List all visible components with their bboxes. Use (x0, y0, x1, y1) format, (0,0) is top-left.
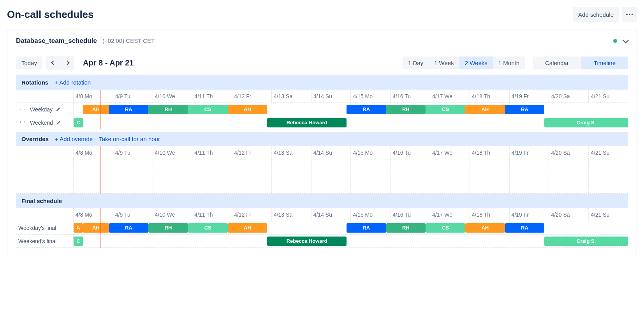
date-header-cell: 4/14 Su (311, 208, 351, 221)
date-range-label: Apr 8 - Apr 21 (83, 58, 134, 67)
shift-bar[interactable]: RH (386, 105, 426, 114)
rotations-title: Rotations (21, 79, 48, 86)
shift-bar[interactable]: Rebecca Howard (267, 118, 346, 127)
chevron-down-icon[interactable] (623, 37, 629, 44)
add-rotation-link[interactable]: + Add rotation (55, 79, 91, 86)
date-header-cell: 4/11 Th (192, 208, 232, 221)
shift-bar[interactable]: CS (188, 105, 228, 114)
shift-bar[interactable]: RA (109, 223, 149, 233)
shift-bar[interactable]: CS (188, 223, 228, 233)
date-header-cell: 4/16 Tu (391, 146, 430, 159)
date-header-cell: 4/13 Sa (272, 146, 311, 159)
shift-bar[interactable]: A (74, 223, 83, 233)
shift-bar[interactable]: Rebecca Howard (267, 237, 346, 246)
date-header-cell: 4/9 Tu (113, 208, 153, 221)
schedule-card: Database_team_schedule (+02:00) CEST CET… (7, 30, 637, 255)
shift-bar[interactable]: RA (109, 105, 149, 114)
shift-bar[interactable]: AH (228, 223, 267, 233)
final-timeline: 4/8 Mo4/9 Tu4/10 We4/11 Th4/12 Fr4/13 Sa… (16, 208, 628, 248)
final-header: Final schedule (16, 194, 628, 208)
shift-bar[interactable]: RH (148, 223, 188, 233)
row-label-weekday-final: Weekday's final (18, 225, 56, 231)
date-header-cell: 4/16 Tu (391, 208, 430, 221)
edit-icon[interactable] (56, 107, 61, 112)
date-header-cell: 4/8 Mo (74, 90, 113, 102)
take-oncall-link[interactable]: Take on-call for an hour (99, 136, 160, 142)
date-header-cell: 4/18 Th (470, 90, 510, 102)
chevron-right-icon (65, 60, 69, 65)
shift-bar[interactable]: Craig S. (544, 118, 628, 127)
range-1month[interactable]: 1 Month (493, 57, 525, 69)
shift-bar[interactable]: AH (228, 105, 267, 114)
date-header-cell: 4/18 Th (470, 146, 510, 159)
date-header-cell: 4/14 Su (311, 90, 351, 102)
edit-icon[interactable] (56, 120, 61, 125)
date-header-cell: 4/14 Su (311, 146, 351, 159)
row-label-weekend: Weekend (30, 120, 53, 126)
view-timeline[interactable]: Timeline (581, 57, 628, 69)
date-header-cell: 4/13 Sa (272, 208, 311, 221)
add-schedule-button[interactable]: Add schedule (573, 7, 619, 22)
date-header-cell: 4/10 We (153, 90, 193, 102)
shift-bar[interactable]: CS (426, 105, 465, 114)
shift-bar[interactable]: CS (426, 223, 465, 233)
ellipsis-icon (626, 14, 633, 15)
view-calendar[interactable]: Calendar (533, 57, 581, 69)
row-label-weekday: Weekday (30, 106, 53, 113)
date-header-cell: 4/17 We (430, 146, 470, 159)
date-header-cell: 4/15 Mo (351, 146, 391, 159)
drag-handle-icon[interactable]: ⋮⋮ (18, 122, 27, 124)
range-1day[interactable]: 1 Day (403, 57, 429, 69)
date-header-cell: 4/21 Su (589, 90, 628, 102)
date-header-cell: 4/20 Sa (549, 90, 589, 102)
date-header-cell: 4/10 We (153, 208, 193, 221)
date-header-cell: 4/20 Sa (549, 146, 589, 159)
date-header-cell: 4/21 Su (589, 208, 628, 221)
shift-bar[interactable]: RA (505, 223, 545, 233)
date-header-cell: 4/11 Th (192, 90, 232, 102)
shift-bar[interactable]: C (74, 237, 83, 246)
shift-bar[interactable]: Craig S. (544, 237, 628, 246)
date-header-cell: 4/10 We (153, 146, 193, 159)
drag-handle-icon[interactable]: ⋮⋮ (18, 108, 27, 111)
date-header-cell: 4/8 Mo (74, 208, 113, 221)
date-header-cell: 4/21 Su (589, 146, 628, 159)
shift-bar[interactable]: RA (347, 223, 386, 233)
date-header-cell: 4/19 Fr (510, 208, 549, 221)
shift-bar[interactable]: AH (83, 105, 109, 114)
shift-bar[interactable]: RH (148, 105, 188, 114)
date-header-cell: 4/19 Fr (510, 146, 549, 159)
date-header-cell: 4/8 Mo (74, 146, 113, 159)
prev-button[interactable] (46, 56, 60, 70)
status-indicator-icon (613, 39, 617, 43)
shift-bar[interactable]: RA (505, 105, 545, 114)
date-header-cell: 4/9 Tu (113, 90, 153, 102)
page-title: On-call schedules (7, 9, 94, 21)
add-override-link[interactable]: + Add override (55, 136, 93, 142)
overrides-header: Overrides + Add override Take on-call fo… (16, 132, 628, 146)
range-2weeks[interactable]: 2 Weeks (459, 57, 493, 69)
date-header-cell: 4/17 We (430, 208, 470, 221)
shift-bar[interactable]: AH (83, 223, 109, 233)
range-selector: 1 Day 1 Week 2 Weeks 1 Month (403, 57, 525, 69)
range-1week[interactable]: 1 Week (429, 57, 459, 69)
overrides-title: Overrides (21, 136, 49, 142)
shift-bar[interactable]: C (74, 118, 83, 127)
date-header-cell: 4/17 We (430, 90, 470, 102)
date-header-cell: 4/12 Fr (232, 146, 272, 159)
next-button[interactable] (60, 56, 74, 70)
date-header-cell: 4/15 Mo (351, 90, 391, 102)
more-actions-button[interactable] (622, 7, 637, 22)
row-label-weekend-final: Weekend's final (18, 238, 56, 244)
rotations-timeline: 4/8 Mo4/9 Tu4/10 We4/11 Th4/12 Fr4/13 Sa… (16, 90, 628, 129)
schedule-timezone: (+02:00) CEST CET (102, 37, 155, 44)
shift-bar[interactable]: AH (465, 105, 505, 114)
date-header-cell: 4/11 Th (192, 146, 232, 159)
shift-bar[interactable]: AH (465, 223, 505, 233)
view-selector: Calendar Timeline (533, 57, 628, 69)
shift-bar[interactable]: RA (347, 105, 386, 114)
rotations-header: Rotations + Add rotation (16, 75, 628, 90)
today-button[interactable]: Today (16, 57, 42, 69)
date-header-cell: 4/20 Sa (549, 208, 589, 221)
shift-bar[interactable]: RH (386, 223, 426, 233)
